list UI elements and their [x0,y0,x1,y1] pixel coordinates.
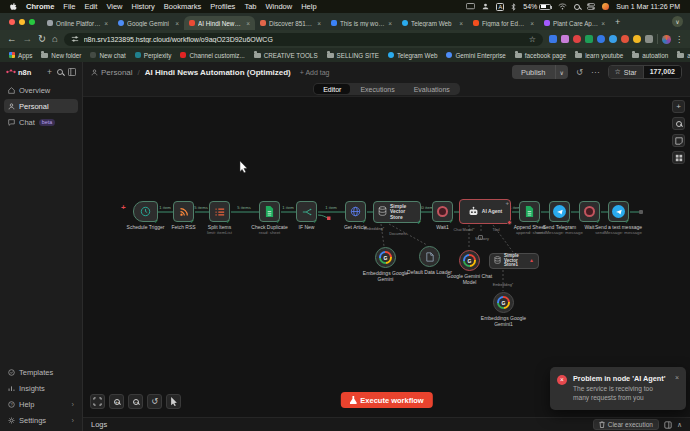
zoom-out-button[interactable]: − [128,394,143,409]
extensions-puzzle-icon[interactable] [645,35,653,43]
node-wait[interactable]: ✓ Wait [579,201,600,222]
node-default-data-loader[interactable]: Default Data Loader [419,246,440,267]
input-source-icon[interactable]: A [496,3,504,11]
add-tool-icon[interactable]: + [505,200,509,206]
browser-tab[interactable]: Telegram Web× [397,16,468,30]
extension-icon[interactable] [633,35,641,43]
version-history-icon[interactable]: ↺ [576,67,583,77]
control-center-icon[interactable] [587,3,595,10]
new-tab-button[interactable]: + [615,17,620,27]
close-tab-icon[interactable]: × [317,20,321,27]
spotlight-icon[interactable] [574,4,580,10]
close-tab-icon[interactable]: × [601,20,605,27]
sidebar-item-insights[interactable]: Insights [4,381,78,395]
open-logs-panel-icon[interactable] [664,421,672,429]
battery-indicator[interactable]: 54% [523,3,551,10]
menu-window[interactable]: Window [265,2,292,11]
bookmark-folder[interactable]: New folder [41,52,81,59]
sidebar-item-help[interactable]: ? Help › [4,397,78,411]
bookmark-folder[interactable]: SELLING SITE [327,52,379,59]
menu-help[interactable]: Help [301,2,316,11]
close-tab-icon[interactable]: × [388,20,392,27]
node-get-article[interactable]: ✓ Get Article [345,201,366,222]
node-simple-vector-store1[interactable]: Simple Vector Store1 ▲ [489,253,539,269]
reset-zoom-button[interactable]: ↺ [147,394,162,409]
bookmark-item[interactable]: Perplexity [135,52,172,59]
bookmark-folder[interactable]: autoation [632,52,668,59]
logs-bar[interactable]: Logs Clear execution ∧ [83,417,690,431]
node-embeddings-google-gemini[interactable]: G Embeddings Google Gemini [375,247,396,268]
sidebar-item-overview[interactable]: Overview [4,83,78,97]
layout-grid-button[interactable] [672,151,685,164]
add-node-button[interactable]: + [672,100,685,113]
bookmark-item[interactable]: Channel customiz... [180,52,244,59]
more-options-icon[interactable]: ⋯ [591,67,600,77]
browser-tab[interactable]: Figma for Educatio...× [468,16,539,30]
menu-bookmarks[interactable]: Bookmarks [164,2,202,11]
display-icon[interactable] [466,3,475,10]
bookmark-item[interactable]: Gemini Enterprise [446,52,505,59]
error-toast[interactable]: × Problem in node 'AI Agent' The service… [550,367,686,410]
browser-tab[interactable]: Discover 8515 Auto...× [255,16,326,30]
menu-edit[interactable]: Edit [84,2,97,11]
node-fetch-rss[interactable]: ✓ Fetch RSS [173,201,194,222]
node-wait1[interactable]: ✓ Wait1 [432,201,453,222]
minimize-window-button[interactable] [19,19,25,25]
menu-file[interactable]: File [63,2,75,11]
bookmark-folder[interactable]: api [677,52,690,59]
browser-tab[interactable]: This is my workflow...× [326,16,397,30]
n8n-logo[interactable]: n8n [6,68,42,77]
extension-icon[interactable] [561,35,569,43]
sidebar-item-settings[interactable]: Settings › [4,413,78,427]
publish-button[interactable]: Publish ∨ [512,65,568,79]
menubar-app-name[interactable]: Chrome [26,2,54,11]
forward-button[interactable]: → [23,34,33,44]
execute-workflow-button[interactable]: Execute workflow [340,392,432,408]
publish-dropdown-icon[interactable]: ∨ [555,65,568,79]
sidebar-item-templates[interactable]: Templates [4,365,78,379]
bookmark-folder[interactable]: facebook page [515,52,566,59]
sticky-note-button[interactable] [672,134,685,147]
add-workflow-button[interactable]: + [47,67,52,77]
node-if-new[interactable]: ✓ IF New [296,201,317,222]
collapse-logs-icon[interactable]: ∧ [677,421,682,429]
bookmark-item[interactable]: New chat [90,52,125,59]
bookmark-folder[interactable]: CREATIVE TOOLS [254,52,318,59]
browser-tab[interactable]: Google Gemini× [113,16,184,30]
close-tab-icon[interactable]: × [459,20,463,27]
extension-icon[interactable] [573,35,581,43]
node-send-text-message[interactable]: ✓ Send a text message sendMessage: messa… [608,201,629,222]
reload-button[interactable]: ↻ [38,34,46,44]
menubar-clock[interactable]: Sun 1 Mar 11:26 PM [616,3,680,10]
node-send-telegram[interactable]: ✓ Send Telegram sendMessage: message [549,201,570,222]
menu-profiles[interactable]: Profiles [210,2,235,11]
browser-tab[interactable]: Online Platform Ben...× [42,16,113,30]
apple-menu-icon[interactable] [10,3,17,11]
extension-icon[interactable] [621,35,629,43]
menu-view[interactable]: View [106,2,122,11]
node-split-items[interactable]: ✓ Split Items limit: itemList [209,201,230,222]
back-button[interactable]: ← [7,34,17,44]
tab-editor[interactable]: Editor [314,84,350,94]
extension-icon[interactable] [609,35,617,43]
node-check-duplicate[interactable]: ✓ Check Duplicate read: sheet [259,201,280,222]
maximize-window-button[interactable] [29,19,35,25]
clear-execution-button[interactable]: Clear execution [593,419,659,430]
node-simple-vector-store[interactable]: Simple Vector Store ✓ [373,201,421,223]
sidebar-item-chat[interactable]: Chat beta [4,115,78,129]
bookmark-folder[interactable]: learn youtube [575,52,623,59]
close-tab-icon[interactable]: × [175,20,179,27]
address-bar[interactable]: n8n.srv1323895.hstgr.cloud/workflow/o9aq… [64,33,543,46]
close-tab-icon[interactable]: × [530,20,534,27]
breadcrumb-project[interactable]: Personal [91,68,133,77]
tab-executions[interactable]: Executions [351,84,403,94]
workflow-name[interactable]: AI Hindi News Automation (Optimized) [145,68,291,77]
bookmark-apps[interactable]: Apps [9,52,32,59]
logs-label[interactable]: Logs [91,420,107,429]
pointer-tool-button[interactable] [166,394,181,409]
bluetooth-icon[interactable] [511,3,516,11]
user-status-icon[interactable] [482,3,489,10]
bookmark-item[interactable]: Telegram Web [388,52,437,59]
node-ai-agent[interactable]: AI Agent + [459,199,511,224]
extension-icon[interactable] [597,35,605,43]
